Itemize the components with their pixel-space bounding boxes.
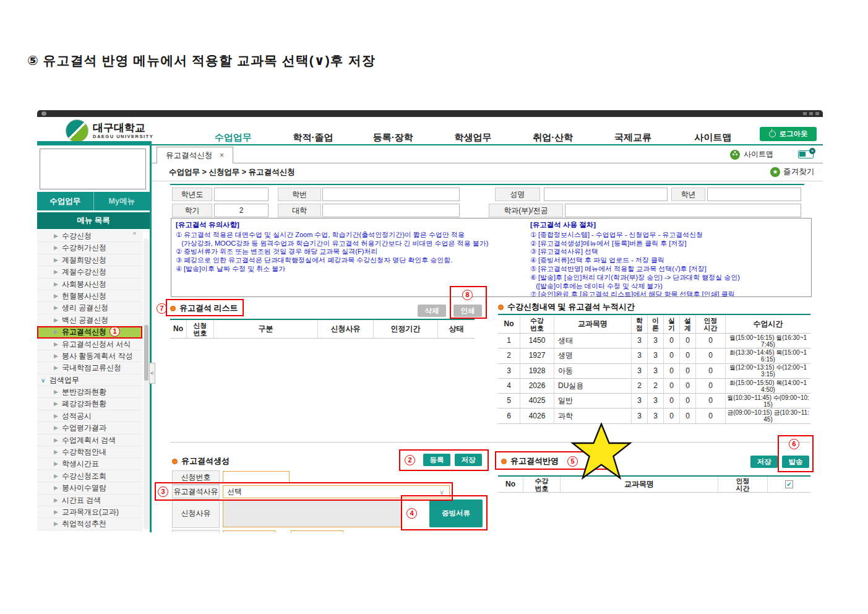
sidebar-item-취업적성추천[interactable]: ▶취업적성추천: [37, 518, 142, 530]
design-cell: 0: [679, 364, 695, 378]
sidebar-item-분반강좌현황[interactable]: ▶분반강좌현황: [37, 386, 142, 398]
multi-window-icon[interactable]: [798, 150, 814, 158]
absence-reason-label: 유고결석사유: [172, 485, 220, 498]
enrollment-row[interactable]: 31928아동33000월(12:00~13:15) 수(12:00~13:15…: [498, 364, 810, 379]
sidebar-item-학생시간표[interactable]: ▶학생시간표: [37, 458, 142, 470]
sidebar-item-사회봉사신청[interactable]: ▶사회봉사신청: [37, 279, 142, 290]
send-button[interactable]: 발송: [782, 456, 809, 468]
sidebar-tab-mymenu[interactable]: My메뉴: [93, 192, 150, 210]
sidebar-item-수강신청조회[interactable]: ▶수강신청조회: [37, 470, 142, 482]
sidebar-item-유고결석신청서 서식[interactable]: ▶유고결석신청서 서식: [37, 339, 142, 350]
annotation-badge-2: 2: [405, 455, 415, 465]
sidebar-collapse-handle[interactable]: <: [149, 363, 155, 384]
tab-absence-application[interactable]: 유고결석신청 ×: [157, 147, 233, 163]
grade-input[interactable]: [707, 188, 801, 201]
evidence-button[interactable]: 증빙서류: [429, 499, 483, 527]
sidebar-item-성적공시[interactable]: ▶성적공시: [37, 410, 142, 422]
sidebar-item-유고결석신청[interactable]: ▶유고결석신청1: [37, 326, 142, 338]
period-end-input[interactable]: [291, 530, 343, 532]
credit-section-title-text: 수강신청내역 및 유고결석 누적시간: [507, 301, 635, 313]
absence-reason-select[interactable]: 선택 ∨: [223, 485, 450, 498]
create-save-button[interactable]: 저장: [455, 454, 482, 466]
triangle-right-icon: ▶: [54, 326, 58, 338]
sidebar-item-교과목개요(교과)[interactable]: ▶교과목개요(교과): [37, 506, 142, 518]
print-button[interactable]: 인쇄: [453, 305, 482, 317]
column-header-인정시간: 인정 시간: [718, 477, 767, 492]
window-controls[interactable]: [803, 112, 819, 115]
logout-label: 로그아웃: [780, 129, 808, 139]
notice-line: ⑦ [승인]완료 후 [유고결석 리스트]에서 해당 항목 선택후 [인쇄] 클…: [530, 290, 810, 297]
sidebar-item-수강신청[interactable]: ▶수강신청: [37, 230, 142, 242]
favorite-button[interactable]: ★ 즐겨찾기: [770, 166, 814, 177]
credit-cell: 3: [631, 334, 647, 348]
enrollment-row[interactable]: 11450생태33000월(15:00~16:15) 월(16:30~17:45…: [498, 334, 810, 348]
practice-cell: 0: [663, 364, 679, 378]
university-logo[interactable]: 대구대학교 DAEGU UNIVERSITY: [66, 119, 153, 142]
sidebar-item-봉사이수열람[interactable]: ▶봉사이수열람: [37, 482, 142, 494]
practice-cell: 0: [663, 348, 679, 363]
breadcrumb: 수업업무 > 신청업무 > 유고결석신청: [169, 163, 295, 181]
detail-reason-textarea[interactable]: [223, 499, 402, 527]
practice-cell: 0: [663, 334, 679, 348]
sidebar-item-수강허가신청[interactable]: ▶수강허가신청: [37, 242, 142, 254]
credit-cell: 3: [631, 348, 647, 363]
sidebar-item-label: 계절수강신청: [62, 267, 106, 276]
enrollment-row[interactable]: 21927생명33000화(13:30~14:45) 목(15:00~16:15…: [498, 348, 810, 363]
sidebar-item-계절희망신청[interactable]: ▶계절희망신청: [37, 254, 142, 266]
form-top-border: [170, 184, 804, 185]
sitemap-label: 사이트맵: [744, 149, 773, 160]
column-header-학점: 학 점: [631, 315, 647, 333]
list-section-title: 유고결석 리스트: [170, 303, 238, 314]
year-input[interactable]: [214, 188, 269, 201]
sidebar-item-헌혈봉사신청[interactable]: ▶헌혈봉사신청: [37, 290, 142, 302]
sidebar-item-계절수강신청[interactable]: ▶계절수강신청: [37, 266, 142, 278]
sidebar-item-봉사 활동계획서 작성[interactable]: ▶봉사 활동계획서 작성: [37, 350, 142, 362]
sidebar-item-백신 공결신청[interactable]: ▶백신 공결신청: [37, 314, 142, 326]
sidebar-item-시간표 검색[interactable]: ▶시간표 검색: [37, 495, 142, 506]
college-input[interactable]: [322, 204, 460, 217]
sidebar-item-수업평가결과[interactable]: ▶수업평가결과: [37, 422, 142, 434]
course-name-cell: DU실용: [554, 379, 631, 393]
page-caption: ⑤ 유고결석 반영 메뉴에서 적용할 교과목 선택(∨)후 저장: [27, 52, 376, 69]
menu-scroll-up-icon[interactable]: ^: [133, 231, 136, 238]
period-start-input[interactable]: [223, 530, 275, 532]
sidebar-scrollbar-thumb[interactable]: [144, 325, 148, 381]
sidebar-item-생리 공결신청[interactable]: ▶생리 공결신청: [37, 302, 142, 314]
sitemap-link[interactable]: 사이트맵: [730, 149, 773, 160]
delete-button[interactable]: 삭제: [418, 305, 446, 317]
class-time-cell: 월(15:00~16:15) 월(16:30~17:45): [725, 334, 810, 348]
select-all-checkbox[interactable]: ✔: [785, 480, 793, 488]
design-cell: 0: [679, 409, 695, 423]
sidebar-item-수강학점안내[interactable]: ▶수강학점안내: [37, 446, 142, 458]
enrollment-header-row: No수강 번호교과목명학 점이 론실 기설 계인정 시간수업시간: [498, 315, 810, 334]
sidebar-item-label: 생리 공결신청: [62, 303, 108, 312]
triangle-right-icon: ▶: [54, 339, 58, 350]
annotation-badge-7: 7: [157, 303, 167, 314]
sidebar-item-국내학점교류신청[interactable]: ▶국내학점교류신청: [37, 362, 142, 374]
sidebar-menu-list: ▶수강신청▶수강허가신청▶계절희망신청▶계절수강신청▶사회봉사신청▶헌혈봉사신청…: [37, 230, 142, 532]
tab-close-icon[interactable]: ×: [220, 151, 224, 160]
enrollment-row[interactable]: 42026DU실용22000화(15:00~15:50) 목(14:00~14:…: [498, 379, 810, 394]
profile-placeholder-box: [40, 149, 146, 189]
sidebar-item-폐강강좌현황[interactable]: ▶폐강강좌현황: [37, 398, 142, 410]
sidebar-item-label: 수강학점안내: [62, 448, 106, 456]
dept-input[interactable]: [565, 204, 801, 217]
section-bullet-icon: [501, 459, 507, 464]
sidebar-item-수업계획서 검색[interactable]: ▶수업계획서 검색: [37, 435, 142, 446]
name-input[interactable]: [544, 188, 668, 201]
enrollment-row[interactable]: 54025일반33000월(10:30~11:45) 수(09:00~10:15…: [498, 394, 810, 409]
design-cell: 0: [679, 348, 695, 363]
notice-left-title: [유고결석 유의사항]: [176, 221, 526, 230]
register-button[interactable]: 등록: [423, 454, 450, 466]
apply-save-button[interactable]: 저장: [750, 456, 778, 468]
notice-left: [유고결석 유의사항] ① 유고결석 적용은 대면수업 및 실시간 Zoom 수…: [176, 221, 526, 274]
request-no-input[interactable]: [223, 471, 290, 483]
logout-button[interactable]: 로그아웃: [760, 127, 817, 141]
sidebar-item-검색업무[interactable]: ∨검색업무: [37, 374, 142, 386]
triangle-right-icon: ▶: [54, 302, 58, 314]
student-id-input[interactable]: [322, 188, 460, 201]
sidebar-scrollbar[interactable]: [144, 238, 149, 529]
enrollment-row[interactable]: 64026과학33000금(09:00~10:15) 금(10:30~11:45…: [498, 409, 810, 423]
term-input[interactable]: 2: [214, 204, 269, 217]
sidebar-tab-work[interactable]: 수업업무: [37, 192, 93, 210]
